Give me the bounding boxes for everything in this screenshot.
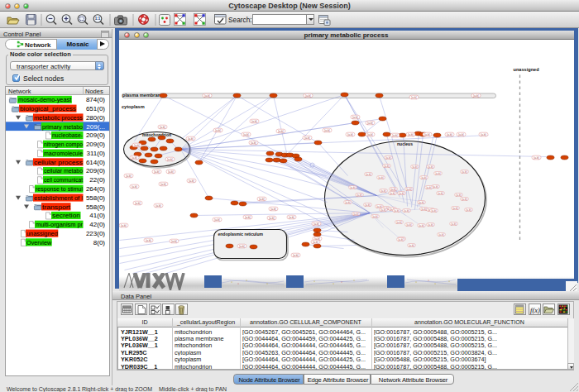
svg-text:cell communicat: cell communicat [44,176,84,184]
svg-text:[a-b]: [a-b] [313,222,318,225]
svg-text:[a-b]: [a-b] [313,240,318,243]
svg-text:[a-b]: [a-b] [365,203,370,206]
svg-text:[a-b]: [a-b] [367,132,372,136]
svg-text:209(0): 209(0) [86,167,105,174]
svg-text:[a-b]: [a-b] [132,184,136,188]
svg-text:[a-b]: [a-b] [278,129,283,132]
svg-text:[a-b]: [a-b] [451,222,456,225]
svg-text:209(0): 209(0) [86,141,105,148]
svg-text:[a-b]: [a-b] [352,115,357,118]
svg-text:[a-b]: [a-b] [534,155,538,159]
svg-text:biological_process: biological_process [20,105,76,112]
svg-text:primary metabo: primary metabo [42,123,83,131]
svg-text:[a-b]: [a-b] [289,215,294,218]
svg-text:[a-b]: [a-b] [384,164,389,167]
svg-text:[a-b]: [a-b] [385,155,390,159]
svg-text:[a-b]: [a-b] [421,207,426,210]
svg-text:[a-b]: [a-b] [126,174,131,177]
svg-text:[a-b]: [a-b] [270,207,275,210]
svg-text:[a-b]: [a-b] [428,165,433,168]
svg-text:[a-b]: [a-b] [392,133,397,136]
svg-text:[a-b]: [a-b] [135,201,140,204]
svg-text:[a-b]: [a-b] [428,222,433,226]
svg-text:macromolecule: macromolecule [44,150,83,157]
svg-text:[a-b]: [a-b] [458,132,463,136]
svg-text:multi-organism pr: multi-organism pr [36,221,83,228]
svg-text:plasma membrane: plasma membrane [122,93,163,98]
svg-text:[a-b]: [a-b] [350,185,355,189]
svg-text:[a-b]: [a-b] [431,208,436,212]
svg-text:[a-b]: [a-b] [419,200,423,203]
svg-text:[a-b]: [a-b] [134,143,139,146]
svg-text:unassigned: unassigned [513,66,539,71]
svg-text:[a-b]: [a-b] [324,128,329,131]
svg-text:transport: transport [42,203,71,211]
svg-text:[a-b]: [a-b] [146,238,151,241]
svg-text:[a-b]: [a-b] [447,132,452,136]
svg-text:[a-b]: [a-b] [293,253,298,256]
svg-text:558(0): 558(0) [86,203,105,211]
svg-text:[a-b]: [a-b] [426,185,431,189]
svg-text:[a-b]: [a-b] [305,93,310,97]
svg-text:[a-b]: [a-b] [409,243,414,246]
svg-text:874(0): 874(0) [86,96,105,103]
svg-text:endoplasmic reticulum: endoplasmic reticulum [218,232,263,237]
svg-text:[a-b]: [a-b] [353,212,358,215]
svg-text:614(0): 614(0) [86,159,105,166]
svg-text:[a-b]: [a-b] [189,179,194,182]
svg-text:[a-b]: [a-b] [132,155,136,159]
svg-text:[a-b]: [a-b] [366,172,371,175]
svg-text:264(0): 264(0) [86,185,105,193]
svg-text:[a-b]: [a-b] [438,232,443,236]
svg-text:42(0): 42(0) [89,221,105,228]
svg-text:[a-b]: [a-b] [269,216,274,219]
svg-text:cellular metabo: cellular metabo [44,167,83,174]
svg-text:metabolic process: metabolic process [34,114,83,122]
svg-text:1:1: 1:1 [95,17,101,21]
svg-text:[a-b]: [a-b] [372,214,377,218]
svg-text:nitrogen compo: nitrogen compo [44,141,83,148]
svg-text:280(0): 280(0) [86,114,105,122]
svg-text:[a-b]: [a-b] [345,200,350,203]
svg-text:[a-b]: [a-b] [168,170,173,173]
svg-text:[a-b]: [a-b] [154,170,159,173]
svg-text:[a-b]: [a-b] [380,189,385,192]
svg-text:[a-b]: [a-b] [452,206,457,209]
svg-text:mitochondrion: mitochondrion [142,132,171,137]
svg-text:[a-b]: [a-b] [171,239,176,242]
svg-text:209(...: 209(... [86,123,105,131]
svg-text:[a-b]: [a-b] [399,191,404,194]
svg-text:mosaic-demo-yeast: mosaic-demo-yeast [18,96,72,103]
svg-text:[a-b]: [a-b] [390,191,395,194]
svg-text:[a-b]: [a-b] [396,220,401,223]
svg-text:unassigned: unassigned [26,230,58,237]
svg-text:[a-b]: [a-b] [304,136,309,139]
svg-text:[a-b]: [a-b] [121,223,126,227]
svg-text:[a-b]: [a-b] [408,132,413,136]
svg-text:[a-b]: [a-b] [160,125,165,128]
svg-text:558(0): 558(0) [86,194,105,202]
svg-text:[a-b]: [a-b] [456,193,461,196]
svg-text:209(0): 209(0) [86,131,105,139]
svg-text:secretion: secretion [52,212,80,219]
svg-text:[a-b]: [a-b] [378,175,383,179]
svg-text:[a-b]: [a-b] [156,203,160,207]
svg-text:[a-b]: [a-b] [367,121,372,124]
svg-text:[a-b]: [a-b] [462,170,467,173]
svg-text:[a-b]: [a-b] [424,132,429,136]
svg-text:[a-b]: [a-b] [394,208,399,212]
svg-text:establishment of l: establishment of l [34,194,83,202]
svg-text:[a-b]: [a-b] [259,197,264,200]
svg-text:[a-b]: [a-b] [167,157,172,160]
svg-text:[a-b]: [a-b] [435,171,440,174]
svg-text:[a-b]: [a-b] [347,132,352,136]
svg-text:[a-b]: [a-b] [466,208,471,211]
svg-text:[a-b]: [a-b] [204,93,209,97]
svg-text:[a-b]: [a-b] [390,187,395,190]
svg-text:response to stimul: response to stimul [36,185,83,193]
svg-text:Overview: Overview [26,239,51,246]
svg-text:[a-b]: [a-b] [406,187,411,190]
svg-text:[a-b]: [a-b] [243,132,248,136]
svg-text:nucleus: nucleus [397,141,413,146]
svg-text:[a-b]: [a-b] [398,237,403,241]
